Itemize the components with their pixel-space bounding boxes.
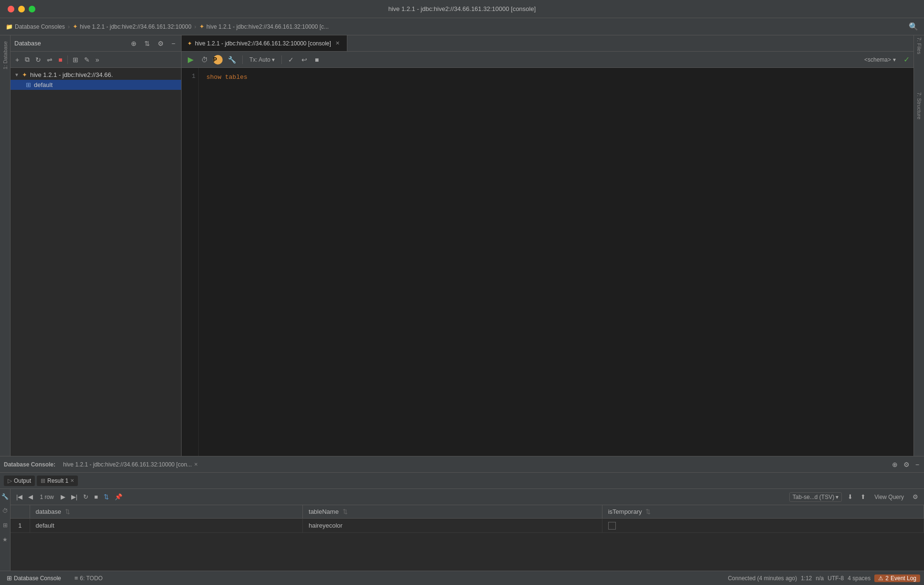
toolbar-separator [67, 55, 68, 64]
results-area: 🔧 ⏱ ⊞ ★ |◀ ◀ 1 row ▶ ▶| ↻ ■ ⇅ 📌 [0, 489, 924, 571]
breadcrumb-mid[interactable]: ✦ hive 1.2.1 - jdbc:hive2://34.66.161.32… [73, 23, 192, 30]
prev-page-button[interactable]: ◀ [26, 492, 35, 501]
db-panel-tab-label[interactable]: 1: Database [2, 41, 8, 69]
editor-tab-active[interactable]: ✦ hive 1.2.1 - jdbc:hive2://34.66.161.32… [182, 35, 347, 51]
close-button[interactable] [8, 6, 14, 12]
col-istemporary-header[interactable]: isTemporary ⇅ [602, 505, 924, 519]
download-button[interactable]: ⬇ [846, 492, 855, 501]
db-console-tab[interactable]: ⊞ Database Console [4, 574, 64, 583]
copy-button[interactable]: ⧉ [23, 54, 32, 65]
schema-label: <schema> [864, 56, 891, 63]
grid-bottom-icon[interactable]: ⊞ [0, 520, 10, 530]
profile-button[interactable]: P [213, 55, 223, 65]
code-editor[interactable]: 1 show tables [182, 68, 913, 456]
refresh-results-button[interactable]: ↻ [81, 492, 90, 501]
editor-tab-label: hive 1.2.1 - jdbc:hive2://34.66.161.32:1… [195, 40, 331, 47]
last-page-button[interactable]: ▶| [69, 492, 79, 501]
db-panel-header: Database ⊕ ⇅ ⚙ − [11, 35, 181, 52]
star-bottom-icon[interactable]: ★ [0, 535, 10, 544]
bottom-left-icons: 🔧 ⏱ ⊞ ★ [0, 489, 11, 571]
line-numbers: 1 [182, 68, 199, 456]
breadcrumb-bar: 📁 Database Consoles › ✦ hive 1.2.1 - jdb… [0, 18, 924, 35]
run-button[interactable]: ▶ [185, 54, 196, 65]
undo-button[interactable]: ↩ [299, 55, 310, 65]
stop-results-button[interactable]: ■ [92, 492, 100, 501]
checkbox-empty [608, 522, 616, 530]
bottom-add-button[interactable]: ⊕ [891, 460, 899, 469]
view-query-button[interactable]: View Query [871, 493, 907, 501]
output-tab-label: Output [14, 477, 31, 484]
editor-toolbar-sep2 [281, 55, 282, 64]
history-bottom-icon[interactable]: ⏱ [0, 506, 10, 516]
tree-child-item[interactable]: ⊞ default [11, 80, 181, 90]
tx-dropdown[interactable]: Tx: Auto ▾ [247, 55, 278, 64]
check-button[interactable]: ✓ [286, 55, 296, 65]
bottom-panel-label: Database Console: [4, 461, 55, 468]
code-line-1: show tables [206, 73, 906, 82]
status-position: 1:12 [801, 575, 812, 582]
history-button[interactable]: ⏱ [199, 55, 210, 65]
schema-dropdown[interactable]: <schema> ▾ [861, 55, 899, 64]
tree-root-item[interactable]: ▼ ✦ hive 1.2.1 - jdbc:hive2://34.66. [11, 70, 181, 80]
col-database-header[interactable]: database ⇅ [30, 505, 303, 519]
bottom-tab-connection[interactable]: hive 1.2.1 - jdbc:hive2://34.66.161.32:1… [59, 459, 202, 470]
tree-root-label: hive 1.2.1 - jdbc:hive2://34.66. [30, 71, 113, 78]
table-header: database ⇅ tableName ⇅ isTemporary ⇅ [11, 505, 924, 519]
pin-button[interactable]: 📌 [113, 492, 124, 501]
table-view-button[interactable]: ⊞ [71, 55, 80, 65]
db-console-icon: ⊞ [7, 574, 12, 582]
row-count: 1 row [37, 494, 56, 500]
result-tab[interactable]: ⊞ Result 1 ✕ [37, 476, 78, 486]
next-page-button[interactable]: ▶ [59, 492, 67, 501]
results-settings-button[interactable]: ⚙ [911, 492, 920, 501]
status-right: Connected (4 minutes ago) 1:12 n/a UTF-8… [728, 574, 920, 582]
wrench-bottom-icon[interactable]: 🔧 [0, 492, 10, 501]
bottom-settings-button[interactable]: ⚙ [903, 460, 911, 469]
edit-button[interactable]: ✎ [82, 55, 92, 65]
search-button[interactable]: 🔍 [909, 22, 918, 31]
breadcrumb-mid-label: hive 1.2.1 - jdbc:hive2://34.66.161.32:1… [80, 23, 192, 30]
export-button[interactable]: ⇅ [102, 492, 111, 501]
stop-button[interactable]: ■ [56, 55, 64, 65]
more-button[interactable]: » [94, 55, 101, 65]
settings-button[interactable]: ⚙ [156, 39, 166, 48]
breadcrumb-current[interactable]: ✦ hive 1.2.1 - jdbc:hive2://34.66.161.32… [199, 23, 329, 30]
breadcrumb-root[interactable]: 📁 Database Consoles [6, 23, 65, 30]
bottom-close-button[interactable]: − [914, 460, 920, 469]
tree-star-icon: ✦ [22, 71, 27, 78]
db-tree: ▼ ✦ hive 1.2.1 - jdbc:hive2://34.66. ⊞ d… [11, 68, 181, 456]
files-tab-label[interactable]: 7: Files [916, 37, 922, 54]
result-tab-close[interactable]: ✕ [70, 478, 74, 483]
minimize-button[interactable] [18, 6, 25, 12]
tree-child-label: default [34, 81, 53, 88]
folder-icon: 📁 [6, 23, 13, 30]
maximize-button[interactable] [29, 6, 35, 12]
db-console-tab-label: Database Console [14, 575, 61, 582]
stop-query-button[interactable]: ■ [312, 55, 321, 65]
filter-button[interactable]: ⇌ [45, 55, 54, 65]
star-icon-2: ✦ [199, 23, 204, 30]
tsv-dropdown[interactable]: Tab-se...d (TSV) ▾ [789, 492, 842, 502]
status-encoding: UTF-8 [827, 575, 844, 582]
star-icon: ✦ [73, 23, 78, 30]
first-page-button[interactable]: |◀ [14, 492, 24, 501]
add-datasource-button[interactable]: ⊕ [129, 39, 139, 48]
code-content[interactable]: show tables [199, 68, 913, 456]
upload-button[interactable]: ⬆ [859, 492, 868, 501]
minimize-panel-button[interactable]: − [170, 39, 177, 48]
bottom-tab-close[interactable]: ✕ [194, 462, 198, 467]
structure-tab-label[interactable]: 7: Structure [916, 92, 922, 119]
refresh-button[interactable]: ↻ [33, 55, 43, 65]
todo-tab[interactable]: ≡ 6: TODO [72, 574, 106, 583]
tsv-label: Tab-se...d (TSV) [793, 494, 834, 500]
status-connection: Connected (4 minutes ago) [728, 575, 797, 582]
event-log-badge[interactable]: ⚠ 2 Event Log [874, 574, 920, 582]
new-button[interactable]: + [13, 55, 21, 65]
split-button[interactable]: ⇅ [142, 39, 152, 48]
col-tablename-header[interactable]: tableName ⇅ [303, 505, 602, 519]
tab-close-button[interactable]: ✕ [334, 40, 341, 47]
status-indent: 4 spaces [848, 575, 870, 582]
db-panel-title: Database [14, 40, 125, 47]
output-tab[interactable]: ▷ Output [4, 476, 35, 486]
wrench-button[interactable]: 🔧 [226, 55, 238, 65]
